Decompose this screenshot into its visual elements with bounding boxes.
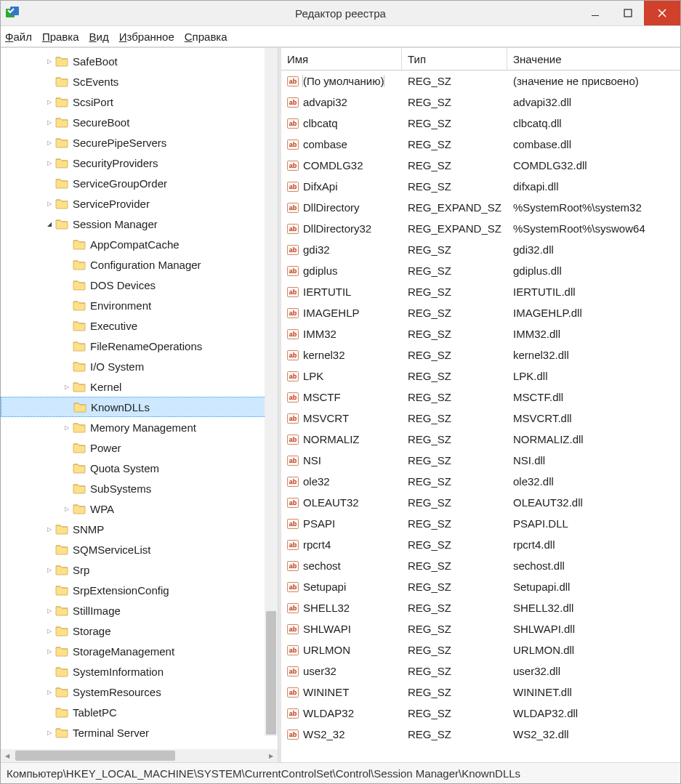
tree-item[interactable]: ▷Srp [1, 559, 278, 580]
scrollbar-thumb[interactable] [15, 751, 175, 761]
value-row[interactable]: abMSVCRTREG_SZMSVCRT.dll [281, 408, 680, 429]
tree-item[interactable]: Environment [1, 295, 278, 315]
expand-closed-icon[interactable]: ▷ [44, 626, 55, 636]
value-row[interactable]: abWLDAP32REG_SZWLDAP32.dll [281, 703, 680, 724]
tree-item[interactable]: DOS Devices [1, 275, 278, 295]
expand-closed-icon[interactable]: ▷ [44, 97, 55, 107]
expand-closed-icon[interactable]: ▷ [62, 504, 72, 514]
expand-closed-icon[interactable]: ▷ [44, 727, 55, 737]
tree-item[interactable]: SQMServiceList [1, 539, 278, 559]
scrollbar-thumb[interactable] [266, 611, 276, 735]
value-row[interactable]: abIERTUTILREG_SZIERTUTIL.dll [281, 281, 680, 302]
value-row[interactable]: abadvapi32REG_SZadvapi32.dll [281, 92, 680, 113]
expand-closed-icon[interactable]: ▷ [44, 137, 55, 147]
expand-closed-icon[interactable]: ▷ [44, 56, 55, 66]
tree-item[interactable]: TabletPC [1, 702, 278, 722]
scroll-right-icon[interactable]: ▶ [265, 749, 278, 762]
value-row[interactable]: abSHLWAPIREG_SZSHLWAPI.dll [281, 618, 680, 639]
value-row[interactable]: abLPKREG_SZLPK.dll [281, 365, 680, 387]
value-row[interactable]: ab(По умолчанию)REG_SZ(значение не присв… [281, 70, 680, 92]
value-row[interactable]: abCOMDLG32REG_SZCOMDLG32.dll [281, 155, 680, 176]
tree-item[interactable]: Quota System [1, 458, 278, 478]
tree-item[interactable]: KnownDLLs [1, 397, 278, 417]
tree-horizontal-scrollbar[interactable]: ◀ ▶ [1, 749, 278, 762]
tree-item[interactable]: ▷ScsiPort [1, 92, 278, 112]
menu-view[interactable]: Вид [89, 31, 109, 43]
tree-item[interactable]: ServiceGroupOrder [1, 173, 278, 193]
tree-item[interactable]: FileRenameOperations [1, 336, 278, 356]
value-row[interactable]: abclbcatqREG_SZclbcatq.dll [281, 113, 680, 134]
value-row[interactable]: abNSIREG_SZNSI.dll [281, 450, 680, 471]
tree-item[interactable]: SystemInformation [1, 661, 278, 682]
maximize-button[interactable] [611, 1, 644, 25]
tree-item[interactable]: ▷WPA [1, 498, 278, 519]
value-row[interactable]: abWS2_32REG_SZWS2_32.dll [281, 724, 680, 745]
tree-vertical-scrollbar[interactable] [265, 48, 278, 736]
column-header-type[interactable]: Тип [402, 48, 507, 70]
minimize-button[interactable] [579, 1, 611, 25]
tree-item[interactable]: ▷SafeBoot [1, 51, 278, 71]
tree-item[interactable]: ▷ServiceProvider [1, 193, 278, 214]
menu-file[interactable]: Файл [5, 31, 32, 43]
value-row[interactable]: abURLMONREG_SZURLMON.dll [281, 639, 680, 660]
value-row[interactable]: abgdiplusREG_SZgdiplus.dll [281, 260, 680, 281]
value-row[interactable]: absechostREG_SZsechost.dll [281, 555, 680, 576]
tree-item[interactable]: ▷SystemResources [1, 682, 278, 702]
column-header-value[interactable]: Значение [507, 48, 680, 70]
value-row[interactable]: abkernel32REG_SZkernel32.dll [281, 344, 680, 365]
value-header[interactable]: Имя Тип Значение [281, 48, 680, 70]
tree-item[interactable]: ▷SecureBoot [1, 112, 278, 132]
expand-closed-icon[interactable]: ▷ [44, 687, 55, 697]
tree-item[interactable]: ▷Terminal Server [1, 722, 278, 743]
tree-item[interactable]: ▷SNMP [1, 519, 278, 539]
close-button[interactable] [644, 1, 680, 25]
value-row[interactable]: abDifxApiREG_SZdifxapi.dll [281, 176, 680, 197]
expand-closed-icon[interactable]: ▷ [62, 381, 72, 392]
value-row[interactable]: abNORMALIZREG_SZNORMALIZ.dll [281, 429, 680, 450]
value-row[interactable]: abMSCTFREG_SZMSCTF.dll [281, 387, 680, 408]
value-row[interactable]: abOLEAUT32REG_SZOLEAUT32.dll [281, 492, 680, 513]
expand-closed-icon[interactable]: ▷ [62, 422, 72, 432]
expand-closed-icon[interactable]: ▷ [44, 646, 55, 656]
tree-item[interactable]: Configuration Manager [1, 254, 278, 275]
tree-item[interactable]: SubSystems [1, 478, 278, 498]
tree-item[interactable]: ▷StillImage [1, 600, 278, 621]
tree-pane[interactable]: ▷SafeBootScEvents▷ScsiPort▷SecureBoot▷Se… [1, 48, 278, 762]
value-row[interactable]: abuser32REG_SZuser32.dll [281, 660, 680, 682]
tree-item[interactable]: ▷StorageManagement [1, 641, 278, 661]
tree-item[interactable]: ▷Memory Management [1, 417, 278, 437]
titlebar[interactable]: Редактор реестра [1, 1, 680, 26]
menu-favorites[interactable]: Избранное [119, 31, 174, 43]
expand-closed-icon[interactable]: ▷ [44, 117, 55, 127]
value-row[interactable]: abSetupapiREG_SZSetupapi.dll [281, 576, 680, 597]
tree-item[interactable]: ▷SecurePipeServers [1, 132, 278, 153]
value-row[interactable]: abSHELL32REG_SZSHELL32.dll [281, 597, 680, 618]
expand-closed-icon[interactable]: ▷ [44, 565, 55, 575]
value-row[interactable]: abcombaseREG_SZcombase.dll [281, 134, 680, 155]
scroll-left-icon[interactable]: ◀ [1, 749, 14, 762]
tree-item[interactable]: ▷Kernel [1, 376, 278, 397]
tree-item[interactable]: ▷SecurityProviders [1, 153, 278, 173]
tree-item[interactable]: Executive [1, 315, 278, 336]
tree-item[interactable]: ▷Storage [1, 621, 278, 641]
tree-item[interactable]: SrpExtensionConfig [1, 580, 278, 600]
expand-closed-icon[interactable]: ▷ [44, 524, 55, 534]
menu-help[interactable]: Справка [185, 31, 227, 43]
tree-item[interactable]: I/O System [1, 356, 278, 376]
value-row[interactable]: abole32REG_SZole32.dll [281, 471, 680, 492]
tree-item[interactable]: Power [1, 437, 278, 458]
value-pane[interactable]: Имя Тип Значение ab(По умолчанию)REG_SZ(… [281, 48, 680, 762]
value-row[interactable]: abIMAGEHLPREG_SZIMAGEHLP.dll [281, 302, 680, 323]
column-header-name[interactable]: Имя [281, 48, 402, 70]
expand-closed-icon[interactable]: ▷ [44, 605, 55, 615]
value-row[interactable]: abDllDirectory32REG_EXPAND_SZ%SystemRoot… [281, 218, 680, 239]
tree-item[interactable]: ◢Session Manager [1, 214, 278, 234]
value-row[interactable]: abrpcrt4REG_SZrpcrt4.dll [281, 534, 680, 555]
menu-edit[interactable]: Правка [42, 31, 79, 43]
value-row[interactable]: abDllDirectoryREG_EXPAND_SZ%SystemRoot%\… [281, 197, 680, 218]
expand-open-icon[interactable]: ◢ [44, 219, 55, 229]
tree-item[interactable]: ScEvents [1, 71, 278, 92]
tree-item[interactable]: AppCompatCache [1, 234, 278, 254]
value-row[interactable]: abPSAPIREG_SZPSAPI.DLL [281, 513, 680, 534]
value-row[interactable]: abWININETREG_SZWININET.dll [281, 682, 680, 703]
